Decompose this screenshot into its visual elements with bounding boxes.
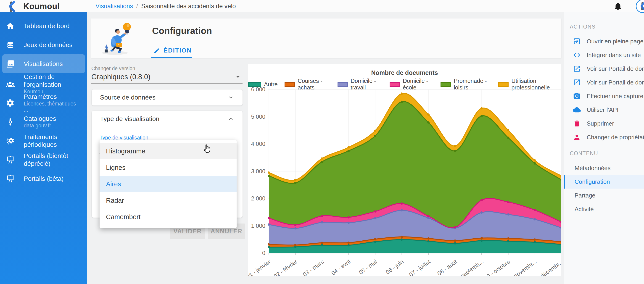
svg-text:4 000: 4 000 bbox=[251, 141, 265, 147]
sidebar-item-icon bbox=[6, 98, 14, 107]
configuration-illustration bbox=[96, 20, 133, 57]
action-item-label: Changer de propriétaire bbox=[587, 134, 644, 141]
svg-text:01 - janvier: 01 - janvier bbox=[248, 258, 272, 276]
action-item-icon bbox=[573, 106, 581, 114]
svg-text:02 - février: 02 - février bbox=[272, 258, 298, 276]
action-item-label: Effectuer une capture bbox=[587, 93, 643, 100]
visualization-type-panel-header[interactable]: Type de visualisation bbox=[92, 111, 242, 127]
svg-text:3 000: 3 000 bbox=[251, 168, 265, 174]
action-item[interactable]: Voir sur Portail de données ... bbox=[564, 76, 644, 89]
sidebar-item-icon bbox=[6, 22, 14, 30]
menu-option[interactable]: Radar bbox=[100, 192, 236, 209]
sidebar-item-icon bbox=[6, 60, 14, 68]
action-item[interactable]: Voir sur Portail de données ... bbox=[564, 62, 644, 76]
notifications-bell-icon[interactable] bbox=[614, 2, 622, 10]
version-select-value: Graphiques (0.8.0) bbox=[91, 73, 150, 81]
sidebar-item-icon bbox=[6, 80, 14, 88]
contenu-item[interactable]: Activité bbox=[564, 202, 644, 216]
tab-edition-label: ÉDITION bbox=[164, 47, 192, 54]
brand-name: Koumoul bbox=[23, 2, 60, 11]
contenu-item[interactable]: Configuration bbox=[564, 175, 644, 188]
sidebar-item[interactable]: Gestion de l'organisation Koumoul bbox=[2, 74, 85, 93]
visualization-type-panel-label: Type de visualisation bbox=[100, 115, 160, 122]
svg-text:08 - aout: 08 - aout bbox=[436, 258, 458, 276]
action-item[interactable]: Utiliser l'API bbox=[564, 103, 644, 117]
sidebar-item-label: Jeux de données bbox=[24, 41, 72, 49]
source-data-panel-header[interactable]: Source de données bbox=[92, 90, 242, 106]
action-item-icon bbox=[573, 92, 581, 100]
action-item[interactable]: Supprimer bbox=[564, 117, 644, 130]
sidebar-item[interactable]: Jeux de données bbox=[2, 36, 85, 54]
menu-option-label: Radar bbox=[106, 197, 124, 204]
sidebar-item[interactable]: Paramètres Licences, thématiques ... bbox=[2, 93, 85, 112]
menu-option-label: Camembert bbox=[106, 213, 141, 221]
contenu-item[interactable]: Métadonnées bbox=[564, 161, 644, 175]
visualization-type-menu: Histogramme Lignes Aires Radar Camembert bbox=[100, 140, 236, 228]
sidebar-item-label: Paramètres bbox=[24, 93, 81, 101]
sidebar-item-icon bbox=[6, 136, 14, 145]
stacked-area-plot: 01 0002 0003 0004 0005 0006 00001 - janv… bbox=[248, 64, 561, 276]
sidebar-item-label: Portails (bientôt déprécié) bbox=[24, 152, 81, 168]
pencil-icon bbox=[154, 48, 160, 54]
sidebar-item-label: Catalogues bbox=[24, 115, 57, 122]
koumoul-logo-icon[interactable] bbox=[6, 1, 17, 12]
contenu-item[interactable]: Partage bbox=[564, 188, 644, 202]
action-item-icon bbox=[573, 78, 581, 86]
actions-section-title: ACTIONS bbox=[570, 24, 644, 30]
sidebar-item-label: Tableau de bord bbox=[24, 22, 70, 30]
contenu-item-label: Métadonnées bbox=[574, 164, 611, 172]
contenu-list: Métadonnées Configuration Partage Activi… bbox=[564, 161, 644, 216]
sidebar-item[interactable]: Traitements périodiques bbox=[2, 131, 85, 150]
action-item-icon bbox=[573, 120, 581, 128]
sidebar-item[interactable]: Visualisations bbox=[2, 54, 85, 73]
sidebar-item-sublabel: Licences, thématiques ... bbox=[24, 101, 81, 113]
page-title: Configuration bbox=[152, 26, 212, 36]
menu-option[interactable]: Aires bbox=[100, 176, 236, 192]
contenu-item-label: Configuration bbox=[574, 178, 610, 186]
top-header: Koumoul Visualisations / Saisonnalité de… bbox=[0, 0, 644, 12]
sidebar-item-label: Portails (bêta) bbox=[24, 175, 64, 183]
source-data-panel-label: Source de données bbox=[100, 94, 156, 101]
contenu-section-title: CONTENU bbox=[570, 150, 644, 156]
svg-text:03 - mars: 03 - mars bbox=[302, 258, 325, 276]
action-item[interactable]: Ouvrir en pleine page bbox=[564, 34, 644, 48]
menu-option[interactable]: Camembert bbox=[100, 209, 236, 225]
svg-text:1 000: 1 000 bbox=[251, 222, 265, 229]
chart-card: Nombre de documents Autre Courses - acha… bbox=[248, 64, 561, 276]
sidebar-item[interactable]: Portails (bêta) bbox=[2, 169, 85, 188]
sidebar-nav: Tableau de bord Jeux de données Visualis… bbox=[0, 12, 87, 284]
sidebar-item-icon bbox=[6, 174, 14, 183]
actions-panel: ACTIONS Ouvrir en pleine page Intégrer d… bbox=[564, 12, 644, 284]
action-item-label: Voir sur Portail de données ... bbox=[587, 79, 644, 86]
action-item[interactable]: Effectuer une capture bbox=[564, 89, 644, 103]
version-select-label: Changer de version bbox=[91, 66, 242, 72]
svg-text:2 000: 2 000 bbox=[251, 195, 265, 202]
menu-option[interactable]: Histogramme bbox=[100, 143, 236, 159]
menu-option[interactable]: Lignes bbox=[100, 159, 236, 176]
sidebar-item[interactable]: Tableau de bord bbox=[2, 16, 85, 36]
breadcrumb-visualisations-link[interactable]: Visualisations bbox=[96, 3, 133, 10]
svg-text:05 - mai: 05 - mai bbox=[358, 258, 378, 276]
action-item[interactable]: Intégrer dans un site bbox=[564, 48, 644, 62]
svg-text:04 - avril: 04 - avril bbox=[330, 258, 352, 276]
sidebar-item-icon bbox=[6, 118, 14, 126]
action-item-icon bbox=[573, 38, 581, 45]
active-tab-indicator bbox=[151, 57, 192, 58]
action-item-label: Intégrer dans un site bbox=[587, 52, 641, 59]
svg-text:06 - juin: 06 - juin bbox=[384, 258, 405, 275]
sidebar-item[interactable]: Portails (bientôt déprécié) bbox=[2, 150, 85, 169]
sidebar-item-icon bbox=[6, 41, 14, 49]
action-item-icon bbox=[573, 133, 581, 141]
user-avatar[interactable] bbox=[636, 0, 644, 13]
action-item[interactable]: Changer de propriétaire bbox=[564, 130, 644, 144]
sidebar-item[interactable]: Catalogues data.gouv.fr ... bbox=[2, 112, 85, 131]
contenu-item-label: Activité bbox=[574, 206, 594, 213]
breadcrumb-current: Saisonnalité des accidents de vélo bbox=[141, 3, 236, 10]
svg-text:6 000: 6 000 bbox=[251, 86, 265, 92]
menu-option-label: Aires bbox=[106, 180, 121, 188]
svg-text:10 - octobre: 10 - octobre bbox=[483, 258, 511, 276]
menu-down-icon bbox=[234, 73, 242, 80]
svg-text:0: 0 bbox=[262, 250, 265, 256]
version-select[interactable]: Changer de version Graphiques (0.8.0) bbox=[91, 66, 242, 84]
tab-edition[interactable]: ÉDITION bbox=[154, 47, 192, 54]
